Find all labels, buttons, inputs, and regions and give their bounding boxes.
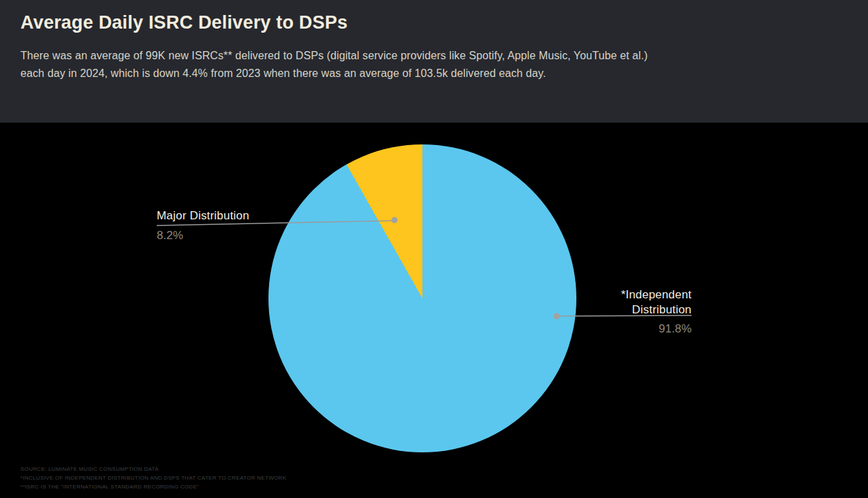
subtitle-line-2: each day in 2024, which is down 4.4% fro… xyxy=(20,65,848,82)
slice-label-major: Major Distribution xyxy=(157,208,249,223)
page-title: Average Daily ISRC Delivery to DSPs xyxy=(20,12,848,33)
callout-independent-distribution: *Independent Distribution 91.8% xyxy=(583,287,692,337)
infographic-page: Average Daily ISRC Delivery to DSPs Ther… xyxy=(0,0,868,498)
footnote-asterisk-2: **ISRC IS THE "INTERNATIONAL STANDARD RE… xyxy=(20,482,286,491)
footnote-asterisk-1: *INCLUSIVE OF INDEPENDENT DISTRIBUTION A… xyxy=(20,473,286,482)
chart-area: Major Distribution 8.2% *Independent Dis… xyxy=(0,123,868,498)
pie-chart xyxy=(268,144,576,452)
slice-percent-major: 8.2% xyxy=(157,228,249,243)
footnote-source: SOURCE: LUMINATE MUSIC CONSUMPTION DATA xyxy=(20,465,286,473)
callout-major-distribution: Major Distribution 8.2% xyxy=(157,208,249,243)
header: Average Daily ISRC Delivery to DSPs Ther… xyxy=(0,0,868,123)
slice-label-independent: *Independent Distribution xyxy=(583,287,692,317)
footnotes: SOURCE: LUMINATE MUSIC CONSUMPTION DATA … xyxy=(20,465,286,491)
slice-percent-independent: 91.8% xyxy=(583,322,692,337)
subtitle-line-1: There was an average of 99K new ISRCs** … xyxy=(20,47,848,65)
